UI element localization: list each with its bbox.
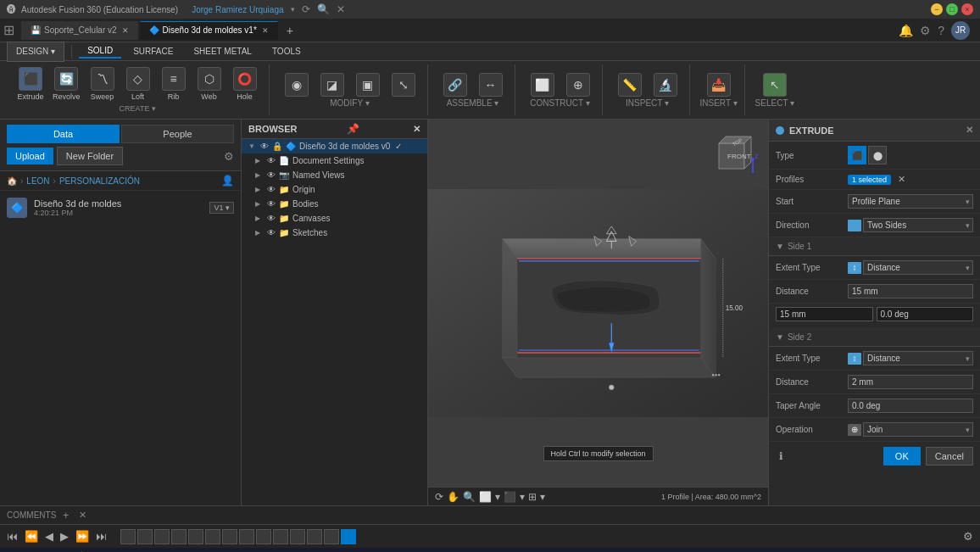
tab-moldes[interactable]: 🔷 Diseño 3d de moldes v1* ✕ xyxy=(140,21,278,40)
toolbar-tab-solid[interactable]: SOLID xyxy=(79,44,121,59)
toolbar-btn-extrude[interactable]: ⬛ Extrude xyxy=(14,65,47,103)
orbit-icon[interactable]: ⟳ xyxy=(435,491,443,503)
display-dropdown-icon[interactable]: ▾ xyxy=(520,491,525,503)
settings-cog-icon[interactable]: ⚙ xyxy=(920,24,931,37)
side2-taper-input[interactable] xyxy=(848,399,973,413)
browser-item-sketches[interactable]: ▶ 👁 📁 Sketches xyxy=(242,226,427,240)
version-badge[interactable]: V1 ▾ xyxy=(209,202,234,214)
zoom-icon[interactable]: 🔍 xyxy=(463,491,476,503)
people-tab[interactable]: People xyxy=(121,125,234,143)
toolbar-btn-axis[interactable]: ⊕ xyxy=(561,71,595,98)
frame-icon-14[interactable] xyxy=(341,529,356,544)
frame-icon-2[interactable] xyxy=(137,529,153,544)
help-icon[interactable]: ? xyxy=(938,24,944,37)
frame-icon-7[interactable] xyxy=(222,529,237,544)
frame-icon-13[interactable] xyxy=(324,529,339,544)
new-folder-button[interactable]: New Folder xyxy=(57,147,123,165)
notifications-icon[interactable]: 🔔 xyxy=(899,24,913,37)
visibility-icon-root[interactable]: 👁 xyxy=(260,142,269,151)
comments-label[interactable]: COMMENTS xyxy=(7,510,56,520)
sync-icon[interactable]: ⟳ xyxy=(302,3,310,15)
toolbar-btn-chamfer[interactable]: ◪ xyxy=(315,71,349,98)
skip-end-icon[interactable]: ⏭ xyxy=(96,530,107,543)
toolbar-btn-shell[interactable]: ▣ xyxy=(351,71,385,98)
toolbar-btn-revolve[interactable]: 🔄 Revolve xyxy=(49,65,84,103)
tab-soporte[interactable]: 💾 Soporte_Celular v2 ✕ xyxy=(21,21,138,40)
data-tab[interactable]: Data xyxy=(7,125,120,143)
browser-item-root[interactable]: ▼ 👁 🔒 🔷 Diseño 3d de moldes v0 ✓ xyxy=(242,139,427,153)
visibility-icon-docs[interactable]: 👁 xyxy=(267,156,276,165)
frame-icon-10[interactable] xyxy=(273,529,288,544)
pan-icon[interactable]: ✋ xyxy=(447,491,459,503)
upload-button[interactable]: Upload xyxy=(7,148,53,164)
file-item[interactable]: 🔷 Diseño 3d de moldes 4:20:21 PM V1 ▾ xyxy=(0,191,241,225)
side1-title[interactable]: ▼ Side 1 xyxy=(776,242,973,251)
operation-select[interactable]: Join xyxy=(863,422,973,437)
tab-close-moldes[interactable]: ✕ xyxy=(262,26,269,35)
frame-icon-4[interactable] xyxy=(171,529,187,544)
playback-settings-icon[interactable]: ⚙ xyxy=(963,530,973,543)
panel-close-icon[interactable]: ✕ xyxy=(966,125,973,136)
comments-close-icon[interactable]: ✕ xyxy=(79,510,86,521)
frame-icon-8[interactable] xyxy=(239,529,254,544)
add-tab-button[interactable]: + xyxy=(280,20,300,41)
toolbar-tab-surface[interactable]: SURFACE xyxy=(125,45,181,58)
side2-extent-select[interactable]: Distance xyxy=(863,351,973,365)
toolbar-btn-sweep[interactable]: 〽 Sweep xyxy=(86,65,120,103)
breadcrumb-personalizacion[interactable]: PERSONALIZACIÓN xyxy=(59,176,140,186)
skip-start-icon[interactable]: ⏮ xyxy=(7,530,18,543)
browser-item-bodies[interactable]: ▶ 👁 📁 Bodies xyxy=(242,197,427,211)
toolbar-btn-offset-plane[interactable]: ⬜ xyxy=(526,71,560,98)
side1-extent-select[interactable]: Distance xyxy=(863,260,973,275)
close-file-icon[interactable]: ✕ xyxy=(337,3,345,15)
visibility-icon-bodies[interactable]: 👁 xyxy=(267,199,276,209)
browser-item-canvases[interactable]: ▶ 👁 📁 Canvases xyxy=(242,211,427,226)
user-dropdown-icon[interactable]: ▾ xyxy=(291,5,295,14)
toolbar-tab-sheet-metal[interactable]: SHEET METAL xyxy=(185,45,260,58)
side1-dist-num-input[interactable] xyxy=(776,307,873,321)
frame-icon-12[interactable] xyxy=(307,529,322,544)
direction-select[interactable]: Two Sides xyxy=(863,218,973,232)
frame-icon-9[interactable] xyxy=(256,529,271,544)
design-dropdown[interactable]: DESIGN ▾ xyxy=(7,42,64,62)
fit-icon[interactable]: ⬜ xyxy=(479,491,492,503)
user-menu[interactable]: Jorge Ramirez Urquiaga xyxy=(192,5,283,14)
side1-distance-input[interactable] xyxy=(848,284,973,298)
type-icon-2[interactable]: ⬤ xyxy=(868,146,887,164)
toolbar-btn-motion[interactable]: ↔ xyxy=(474,71,508,98)
toolbar-btn-insert-mcad[interactable]: 📥 xyxy=(702,71,736,98)
close-button[interactable]: × xyxy=(961,3,973,15)
search-icon[interactable]: 🔍 xyxy=(317,3,330,15)
view-dropdown-icon[interactable]: ▾ xyxy=(495,491,500,503)
user-avatar[interactable]: JR xyxy=(951,21,970,40)
side2-title[interactable]: ▼ Side 2 xyxy=(776,332,973,342)
toolbar-btn-select[interactable]: ↖ xyxy=(758,71,792,98)
browser-close-icon[interactable]: ✕ xyxy=(413,124,420,135)
browser-pin-icon[interactable]: 📌 xyxy=(347,123,359,135)
canvas-area[interactable]: 15.00 xyxy=(428,120,768,487)
toolbar-btn-measure[interactable]: 📏 xyxy=(613,71,647,98)
toolbar-btn-hole[interactable]: ⭕ Hole xyxy=(228,65,262,103)
profiles-clear-icon[interactable]: ✕ xyxy=(898,174,905,185)
toolbar-btn-interference[interactable]: 🔬 xyxy=(649,71,682,98)
visibility-icon-origin[interactable]: 👁 xyxy=(267,185,276,194)
browser-item-origin[interactable]: ▶ 👁 📁 Origin xyxy=(242,182,427,197)
nav-cube[interactable]: FRONT TOP Z xyxy=(702,126,761,187)
toolbar-btn-loft[interactable]: ◇ Loft xyxy=(121,65,155,103)
toolbar-btn-fillet[interactable]: ◉ xyxy=(280,71,314,98)
play-icon[interactable]: ▶ xyxy=(60,530,69,543)
comments-add-icon[interactable]: + xyxy=(63,510,69,521)
browser-item-namedviews[interactable]: ▶ 👁 📷 Named Views xyxy=(242,168,427,182)
tab-close-soporte[interactable]: ✕ xyxy=(122,26,129,35)
maximize-button[interactable]: □ xyxy=(946,3,958,15)
display-mode-icon[interactable]: ⬛ xyxy=(504,491,516,503)
frame-icon-3[interactable] xyxy=(154,529,170,544)
toolbar-btn-web[interactable]: ⬡ Web xyxy=(192,65,226,103)
frame-icon-5[interactable] xyxy=(188,529,203,544)
toolbar-btn-scale[interactable]: ⤡ xyxy=(387,71,420,98)
toolbar-btn-rib[interactable]: ≡ Rib xyxy=(157,65,191,103)
step-fwd-icon[interactable]: ⏩ xyxy=(75,530,89,543)
start-select[interactable]: Profile Plane xyxy=(848,194,973,209)
side1-taper-input[interactable] xyxy=(877,307,974,321)
visibility-icon-sketches[interactable]: 👁 xyxy=(267,228,276,237)
